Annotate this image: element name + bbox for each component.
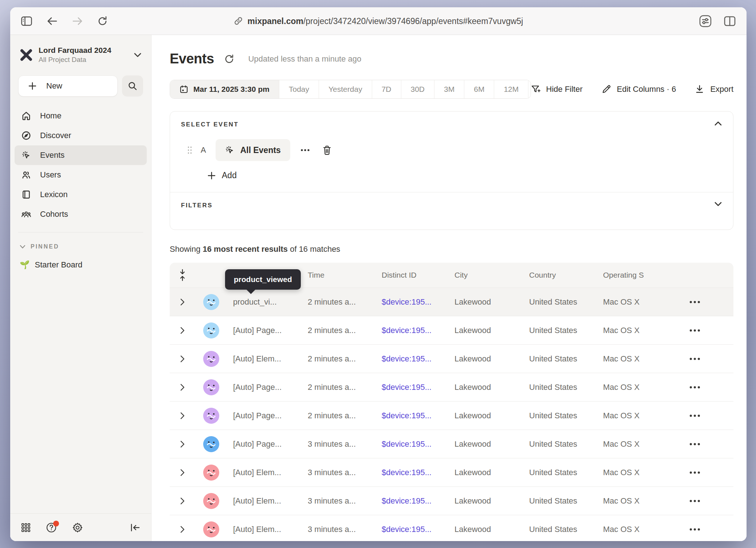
sidebar-item-users[interactable]: Users (15, 165, 147, 185)
event-name-cell[interactable]: [Auto] Elem... (224, 354, 308, 364)
time-cell: 2 minutes a... (308, 383, 382, 392)
row-actions-button[interactable] (687, 355, 703, 363)
table-row[interactable]: [Auto] Elem... 2 minutes a... $device:19… (170, 344, 733, 373)
pinned-section-toggle[interactable]: PINNED (10, 232, 151, 251)
range-30d[interactable]: 30D (401, 80, 435, 98)
edit-columns-button[interactable]: Edit Columns · 6 (602, 85, 676, 94)
row-actions-button[interactable] (687, 497, 703, 505)
settings-gear-icon[interactable] (72, 522, 83, 533)
browser-window: mixpanel.com/project/3472420/view/397469… (10, 7, 747, 541)
range-today[interactable]: Today (279, 80, 319, 98)
distinct-id-link[interactable]: $device:195... (382, 411, 454, 420)
table-row[interactable]: [Auto] Elem... 3 minutes a... $device:19… (170, 515, 733, 541)
expand-row-icon[interactable] (170, 412, 195, 419)
address-bar[interactable]: mixpanel.com/project/3472420/view/397469… (234, 16, 523, 26)
help-icon[interactable] (46, 522, 57, 533)
sidebar-item-events[interactable]: Events (15, 145, 147, 165)
events-table: product_viewed Time Distinct ID City (170, 263, 733, 541)
sidebar-item-lexicon[interactable]: Lexicon (15, 185, 147, 204)
range-yesterday[interactable]: Yesterday (319, 80, 372, 98)
event-name-cell[interactable]: [Auto] Page... (224, 383, 308, 392)
range-3m[interactable]: 3M (434, 80, 464, 98)
row-actions-button[interactable] (687, 412, 703, 420)
expand-row-icon[interactable] (170, 327, 195, 334)
delete-event-icon[interactable] (320, 143, 334, 157)
event-name-cell[interactable]: [Auto] Page... (224, 411, 308, 420)
event-more-options-icon[interactable] (298, 146, 312, 154)
expand-row-icon[interactable] (170, 355, 195, 363)
apps-grid-icon[interactable] (21, 523, 31, 532)
export-button[interactable]: Export (695, 85, 733, 94)
event-name-cell[interactable]: product_vi... (224, 297, 308, 307)
event-name-cell[interactable]: [Auto] Elem... (224, 525, 308, 534)
split-view-icon[interactable] (724, 16, 736, 26)
hide-filter-button[interactable]: Hide Filter (531, 85, 583, 94)
add-event-button[interactable]: Add (207, 171, 237, 180)
distinct-id-link[interactable]: $device:195... (382, 468, 454, 477)
table-row[interactable]: [Auto] Elem... 3 minutes a... $device:19… (170, 486, 733, 515)
page-settings-icon[interactable] (699, 15, 712, 27)
expand-row-icon[interactable] (170, 441, 195, 448)
download-icon (695, 85, 704, 94)
column-header-os[interactable]: Operating S (603, 271, 685, 279)
table-row[interactable]: [Auto] Page... 3 minutes a... $device:19… (170, 430, 733, 458)
expand-row-icon[interactable] (170, 298, 195, 306)
search-button[interactable] (122, 75, 143, 97)
row-actions-button[interactable] (687, 326, 703, 334)
range-7d[interactable]: 7D (372, 80, 401, 98)
project-switcher[interactable]: Lord Farquaad 2024 All Project Data (10, 35, 151, 66)
expand-row-icon[interactable] (170, 497, 195, 505)
table-row[interactable]: [Auto] Page... 2 minutes a... $device:19… (170, 373, 733, 401)
city-cell: Lakewood (454, 439, 529, 449)
collapse-sidebar-icon[interactable] (130, 523, 140, 532)
distinct-id-link[interactable]: $device:195... (382, 326, 454, 335)
reload-icon[interactable] (98, 16, 108, 26)
expand-section-icon[interactable] (714, 202, 722, 207)
expand-row-icon[interactable] (170, 469, 195, 476)
row-actions-button[interactable] (687, 469, 703, 477)
sidebar-item-starter-board[interactable]: 🌱 Starter Board (10, 251, 151, 278)
column-header-city[interactable]: City (454, 271, 529, 279)
distinct-id-link[interactable]: $device:195... (382, 383, 454, 392)
table-row[interactable]: [Auto] Page... 2 minutes a... $device:19… (170, 316, 733, 344)
event-avatar (203, 351, 219, 367)
sidebar-item-cohorts[interactable]: Cohorts (15, 204, 147, 224)
date-picker-label: Mar 11, 2025 3:30 pm (193, 85, 269, 94)
new-button[interactable]: New (18, 75, 118, 97)
row-actions-button[interactable] (687, 298, 703, 306)
event-selector[interactable]: All Events (216, 139, 290, 161)
table-row[interactable]: [Auto] Elem... 3 minutes a... $device:19… (170, 458, 733, 486)
column-header-country[interactable]: Country (529, 271, 603, 279)
forward-icon[interactable] (72, 17, 83, 26)
sidebar-item-home[interactable]: Home (15, 106, 147, 126)
table-row[interactable]: [Auto] Page... 2 minutes a... $device:19… (170, 401, 733, 430)
range-6m[interactable]: 6M (464, 80, 494, 98)
distinct-id-link[interactable]: $device:195... (382, 496, 454, 506)
expand-collapse-all-icon[interactable] (170, 269, 195, 281)
distinct-id-link[interactable]: $device:195... (382, 297, 454, 307)
row-actions-button[interactable] (687, 525, 703, 533)
distinct-id-link[interactable]: $device:195... (382, 439, 454, 449)
drag-handle-icon[interactable] (187, 145, 193, 155)
collapse-section-icon[interactable] (714, 121, 722, 126)
back-icon[interactable] (47, 17, 58, 26)
distinct-id-link[interactable]: $device:195... (382, 354, 454, 364)
event-row-letter: A (201, 145, 206, 155)
expand-row-icon[interactable] (170, 526, 195, 533)
event-name-cell[interactable]: [Auto] Elem... (224, 496, 308, 506)
date-picker-button[interactable]: Mar 11, 2025 3:30 pm (170, 80, 279, 98)
event-name-cell[interactable]: [Auto] Page... (224, 326, 308, 335)
row-actions-button[interactable] (687, 440, 703, 448)
browser-sidebar-toggle-icon[interactable] (21, 16, 32, 26)
event-name-cell[interactable]: [Auto] Elem... (224, 468, 308, 477)
column-header-distinct-id[interactable]: Distinct ID (382, 271, 454, 279)
distinct-id-link[interactable]: $device:195... (382, 525, 454, 534)
range-12m[interactable]: 12M (494, 80, 528, 98)
row-actions-button[interactable] (687, 383, 703, 391)
city-cell: Lakewood (454, 411, 529, 420)
sidebar-item-discover[interactable]: Discover (15, 126, 147, 145)
expand-row-icon[interactable] (170, 384, 195, 391)
event-name-cell[interactable]: [Auto] Page... (224, 439, 308, 449)
column-header-time[interactable]: Time (308, 271, 382, 279)
refresh-icon[interactable] (222, 52, 237, 66)
